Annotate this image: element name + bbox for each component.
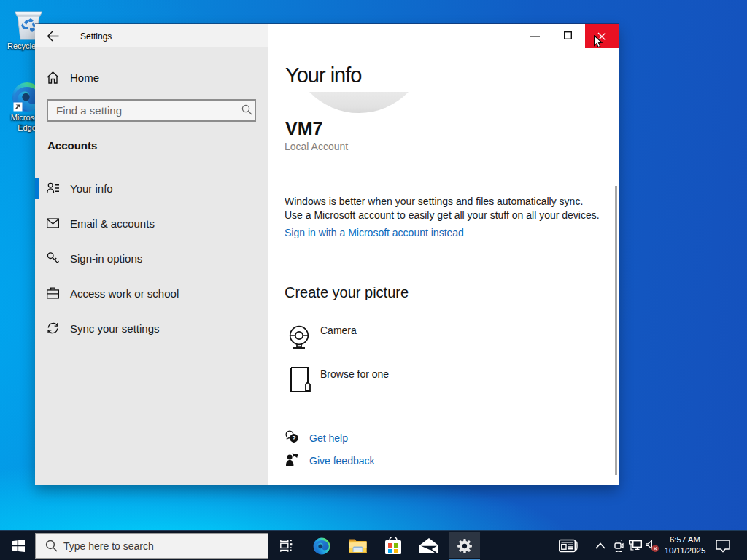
svg-text:?: ?	[292, 434, 296, 442]
